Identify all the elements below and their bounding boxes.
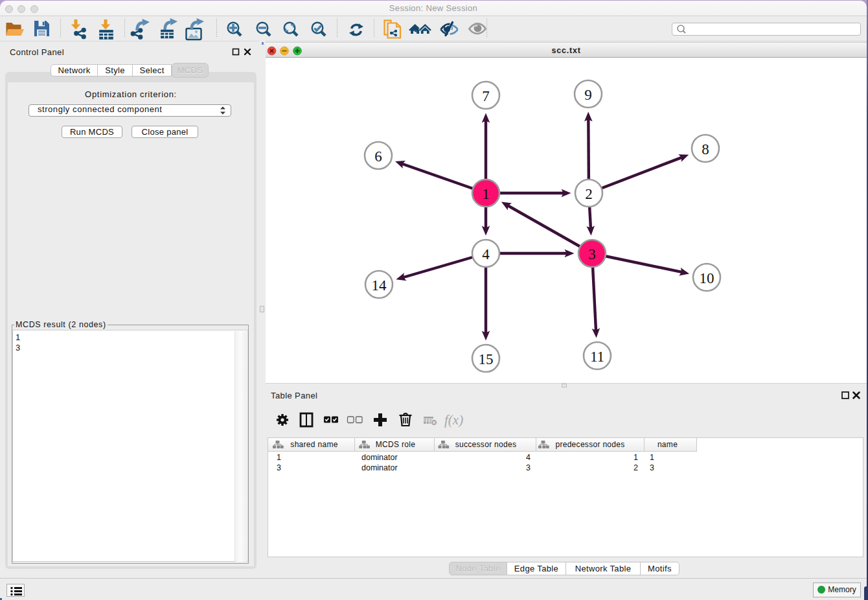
- svg-text:6: 6: [374, 148, 382, 165]
- svg-text:8: 8: [702, 141, 709, 157]
- svg-text:10: 10: [700, 270, 714, 286]
- svg-text:11: 11: [590, 349, 604, 365]
- svg-text:9: 9: [584, 87, 592, 103]
- svg-text:1: 1: [482, 186, 490, 202]
- svg-text:14: 14: [372, 277, 387, 294]
- svg-text:7: 7: [482, 88, 490, 104]
- svg-text:3: 3: [588, 246, 596, 262]
- svg-text:2: 2: [585, 186, 593, 202]
- svg-text:4: 4: [482, 246, 490, 262]
- svg-text:15: 15: [479, 351, 494, 367]
- svg-text:f(x): f(x): [444, 412, 463, 428]
